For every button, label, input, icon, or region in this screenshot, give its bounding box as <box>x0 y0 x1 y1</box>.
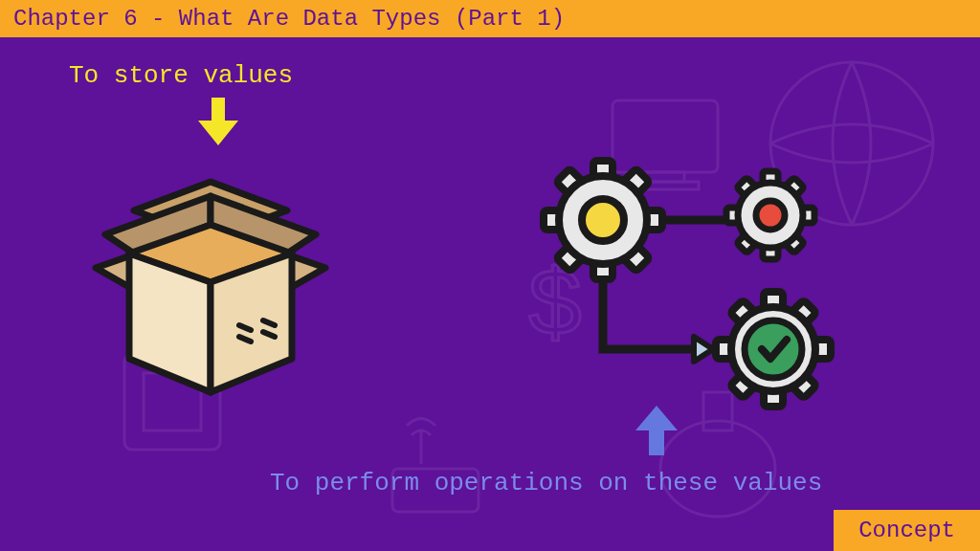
arrow-up-blue-icon <box>630 402 683 459</box>
svg-point-42 <box>745 320 802 378</box>
label-store-values: To store values <box>69 61 293 90</box>
concept-badge: Concept <box>834 510 980 551</box>
svg-point-22 <box>582 199 624 241</box>
svg-point-32 <box>756 201 785 230</box>
label-perform-operations: To perform operations on these values <box>270 469 822 497</box>
gears-icon <box>526 153 890 421</box>
page-title: Chapter 6 - What Are Data Types (Part 1) <box>0 0 980 37</box>
arrow-down-yellow-icon <box>194 96 242 148</box>
open-box-icon <box>77 143 345 411</box>
